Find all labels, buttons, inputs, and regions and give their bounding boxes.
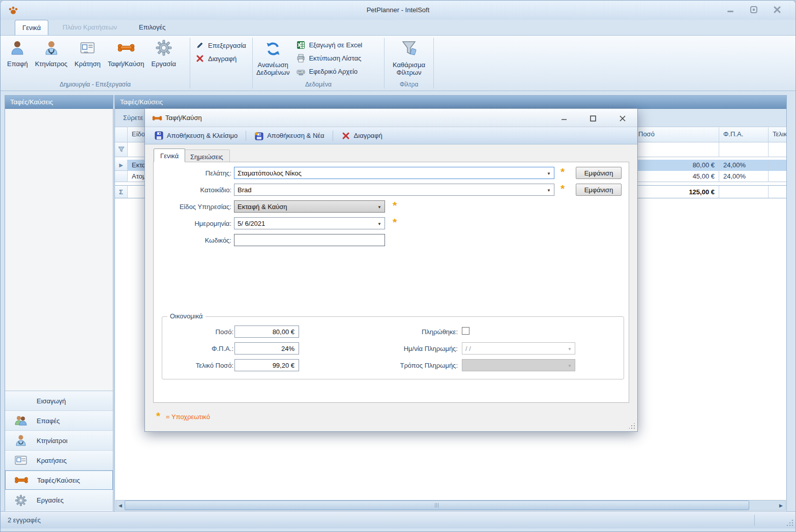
client-combo[interactable]: Σταματόπουλος Νίκος ▼ [234,167,554,179]
clear-filters-label-line2: Φίλτρων [397,69,422,76]
printer-icon [296,53,305,63]
ribbon-group-filter-label: Φίλτρα [385,79,433,91]
pet-label: Κατοικίδιο: [150,184,231,194]
dialog-tab-notes[interactable]: Σημειώσεις [184,150,230,162]
sidebar-item-import-label: Εισαγωγή [37,397,66,405]
edit-button[interactable]: Επεξεργασία [192,39,252,52]
amount-input[interactable]: 80,00 € [234,326,299,338]
grid-column-total[interactable]: Τελικό [769,127,786,142]
delete-button[interactable]: Διαγραφή [192,52,252,65]
refresh-data-button[interactable]: Ανανέωση Δεδομένων [253,36,293,77]
dialog-resize-grip[interactable] [629,423,635,429]
ribbon-tab-booking-plan-label: Πλάνο Κρατήσεων [63,23,117,31]
bone-icon [6,476,37,485]
contact-button[interactable]: Επαφή [4,36,32,69]
grid-filter-cell[interactable] [634,142,719,157]
booking-button[interactable]: Κράτηση [71,36,104,69]
app-window: PetPlanner - IntelSoft Γενικά Πλάνο Κρατ… [0,0,796,532]
sigma-icon: Σ [115,186,128,198]
ribbon-tab-booking-plan[interactable]: Πλάνο Κρατήσεων [55,20,124,35]
grid-cell-vat: 24,00% [719,160,769,171]
save-new-label: Αποθήκευση & Νέα [267,132,324,139]
service-type-combo[interactable]: Εκταφή & Καύση ▼ [234,200,385,213]
vet-button[interactable]: Κτηνίατρος [32,36,71,69]
excel-icon [296,40,305,49]
save-new-button[interactable]: Αποθήκευση & Νέα [250,129,328,142]
grid-filter-cell[interactable] [769,142,786,157]
booking-button-label: Κράτηση [75,60,101,68]
dialog-maximize-button[interactable] [586,113,600,124]
sidebar-nav: Εισαγωγή Επαφές Κτηνίατροι Κρατήσεις [5,391,113,512]
sidebar-header: Ταφές/Καύσεις [5,96,113,109]
save-close-label: Αποθήκευση & Κλείσιμο [167,132,238,139]
sidebar-item-tasks[interactable]: Εργασίες [5,490,113,511]
close-button[interactable] [770,5,784,15]
window-resize-grip[interactable] [787,520,794,527]
filter-funnel-icon [118,146,125,153]
sidebar-item-bookings[interactable]: Κρατήσεις [5,451,113,470]
date-label: Ημερομηνία: [150,217,231,227]
grid-column-amount[interactable]: Ποσό [634,127,719,142]
task-button-label: Εργασία [152,60,176,68]
scroll-right-arrow-icon[interactable]: ▶ [777,500,785,510]
chevron-down-icon[interactable]: ▼ [377,205,381,210]
print-list-button[interactable]: Εκτύπωση Λίστας [293,51,365,65]
clear-filters-button[interactable]: Καθάρισμα Φίλτρων [389,36,429,77]
chevron-down-icon[interactable]: ▼ [547,171,551,176]
scroll-left-arrow-icon[interactable]: ◀ [116,500,125,510]
code-input[interactable] [234,234,385,246]
sidebar-item-burials[interactable]: Ταφές/Καύσεις [5,470,113,490]
save-close-button[interactable]: Αποθήκευση & Κλείσιμο [150,129,242,142]
grid-horizontal-scrollbar[interactable]: ◀ ▶ [115,500,786,511]
ribbon-tab-general[interactable]: Γενικά [15,20,48,35]
sidebar-item-contacts[interactable]: Επαφές [5,411,113,431]
dialog-tab-general[interactable]: Γενικά [154,149,185,162]
sidebar-item-import[interactable]: Εισαγωγή [5,391,113,411]
dialog-close-button[interactable] [615,113,630,124]
export-excel-button[interactable]: Εξαγωγή σε Excel [293,38,365,51]
burial-cremation-button[interactable]: Ταφή/Καύση [104,36,148,69]
edit-button-label: Επεξεργασία [208,42,246,49]
show-pet-button[interactable]: Εμφάνιση [576,184,622,196]
dialog-minimize-button[interactable] [557,113,571,124]
backup-file-button[interactable]: Εφεδρικό Αρχείο [293,65,365,78]
grid-cell-amount: 80,00 € [634,160,719,171]
grid-column-vat[interactable]: Φ.Π.Α. [719,127,769,142]
ribbon-tab-general-label: Γενικά [22,24,41,32]
booking-card-icon [78,39,97,57]
grid-summary-last [769,186,786,198]
chevron-down-icon[interactable]: ▼ [547,188,551,193]
chevron-down-icon[interactable]: ▼ [377,222,381,226]
status-bar: 2 εγγραφές [1,511,795,528]
scrollbar-thumb[interactable] [125,500,749,510]
final-amount-input[interactable]: 99,20 € [234,359,299,371]
ribbon-tab-strip: Γενικά Πλάνο Κρατήσεων Επιλογές [1,20,795,35]
required-marker: * [561,183,565,195]
financial-group: Οικονομικά Ποσό: 80,00 € Φ.Π.Α.: 24% Τελ… [162,316,624,379]
date-picker[interactable]: 5/ 6/2021 ▼ [234,217,385,229]
amount-label: Ποσό: [172,326,233,336]
bone-icon [152,115,163,123]
show-client-button[interactable]: Εμφάνιση [576,167,622,179]
ribbon-tab-options[interactable]: Επιλογές [132,20,173,35]
window-title: PetPlanner - IntelSoft [1,6,795,14]
ribbon-group-create-label: Δημιουργία - Επεξεργασία [1,79,190,91]
grid-summary-vat [719,186,769,198]
pencil-icon [195,41,204,50]
payment-date-value: / / [465,345,471,352]
paid-checkbox[interactable] [462,327,469,335]
sidebar-item-vets[interactable]: Κτηνίατροι [5,431,113,451]
pet-combo[interactable]: Brad ▼ [234,184,554,196]
ribbon-group-filter: Καθάρισμα Φίλτρων Φίλτρα [385,36,433,91]
payment-method-combo[interactable]: ▼ [462,359,575,371]
dialog-delete-button[interactable]: Διαγραφή [337,129,387,142]
scrollbar-track[interactable] [749,500,777,510]
dialog-tab-general-label: Γενικά [160,152,179,160]
minimize-button[interactable] [723,5,738,15]
task-button[interactable]: Εργασία [148,36,180,69]
vat-input[interactable]: 24% [234,342,299,354]
restore-button[interactable] [747,5,761,15]
payment-date-picker[interactable]: / / ▼ [462,342,575,354]
toolbar-separator [333,131,333,141]
grid-filter-cell[interactable] [719,142,769,157]
